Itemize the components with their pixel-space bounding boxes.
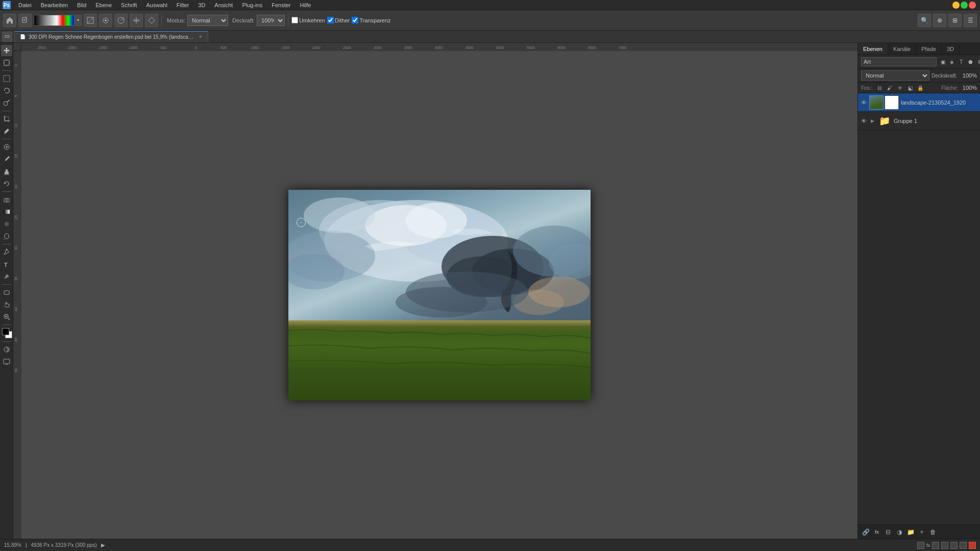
menu-auswahl[interactable]: Auswahl: [142, 1, 172, 9]
menu-bearbeiten[interactable]: Bearbeiten: [37, 1, 72, 9]
heal-tool[interactable]: [1, 141, 12, 153]
menu-3d[interactable]: 3D: [194, 1, 209, 9]
gradient-options-button[interactable]: ▾: [75, 15, 82, 26]
menu-ansicht[interactable]: Ansicht: [210, 1, 237, 9]
gradient-type-diamond[interactable]: [145, 14, 158, 27]
lock-all-icon[interactable]: 🔒: [916, 84, 924, 92]
minimize-button[interactable]: [952, 2, 960, 9]
zoom-tool[interactable]: [1, 311, 12, 322]
layer-item-group[interactable]: 👁 ▶ 📁 Gruppe 1: [858, 112, 980, 130]
transparenz-checkbox[interactable]: [352, 17, 358, 23]
tab-list-icon[interactable]: [2, 32, 12, 42]
menu-schrift[interactable]: Schrift: [117, 1, 141, 9]
active-tab[interactable]: 📄 300 DPI Regen Schnee Regenbogen erstel…: [14, 31, 208, 42]
umkehren-label[interactable]: Umkehren: [299, 17, 325, 23]
layer-eye-group[interactable]: 👁: [860, 117, 867, 124]
home-tool-button[interactable]: [3, 14, 16, 27]
screen-mode-button[interactable]: [1, 356, 12, 367]
dither-checkbox[interactable]: [327, 17, 334, 23]
deckraft-select[interactable]: 100%: [257, 15, 285, 26]
dodge-tool[interactable]: [1, 231, 12, 242]
search-button[interactable]: 🔍: [918, 14, 931, 27]
lock-position-icon[interactable]: ✛: [896, 84, 904, 92]
blend-mode-select[interactable]: Normal Auflösen Abdunkeln: [861, 70, 929, 81]
tab-close-button[interactable]: ×: [198, 34, 203, 40]
app-home-icon[interactable]: Ps: [2, 1, 11, 10]
new-doc-button[interactable]: [18, 14, 32, 27]
pen-tool[interactable]: [1, 246, 12, 258]
layer-mask-button[interactable]: ⊟: [884, 528, 893, 537]
filter-smart-icon[interactable]: ⚙: [975, 58, 980, 66]
foreground-color[interactable]: [2, 328, 9, 335]
hand-tool[interactable]: [1, 299, 12, 310]
modus-select[interactable]: Normal: [187, 15, 228, 26]
layer-adj-button[interactable]: ◑: [895, 528, 904, 537]
status-arrow[interactable]: ▶: [101, 542, 105, 548]
status-icon-6[interactable]: [969, 542, 976, 549]
path-selection-tool[interactable]: [1, 271, 12, 282]
eraser-tool[interactable]: [1, 194, 12, 205]
tab-ebenen[interactable]: Ebenen: [858, 43, 888, 55]
type-tool[interactable]: T: [1, 259, 12, 270]
gradient-type-reflected[interactable]: [130, 14, 143, 27]
layer-fx-button[interactable]: fx: [872, 528, 881, 537]
quick-select-tool[interactable]: [1, 97, 12, 109]
panel-toggle-button[interactable]: ⊞: [948, 14, 962, 27]
layer-link-button[interactable]: 🔗: [861, 528, 870, 537]
move-tool[interactable]: [1, 45, 12, 56]
workspace-button[interactable]: ☰: [964, 14, 977, 27]
blur-tool[interactable]: [1, 218, 12, 230]
umkehren-checkbox[interactable]: [291, 17, 298, 23]
menu-hilfe[interactable]: Hilfe: [296, 1, 315, 9]
layer-delete-button[interactable]: 🗑: [928, 528, 938, 537]
shape-tool[interactable]: [1, 287, 12, 298]
filter-adjust-icon[interactable]: ◈: [948, 58, 956, 66]
stamp-tool[interactable]: [1, 166, 12, 177]
gradient-type-linear[interactable]: [84, 14, 97, 27]
lasso-tool[interactable]: [1, 85, 12, 96]
layer-item-landscape[interactable]: 👁 landscape-2130524_1920: [858, 93, 980, 112]
quick-mask-button[interactable]: [1, 344, 12, 355]
layer-new-button[interactable]: +: [917, 528, 926, 537]
layer-folder-button[interactable]: 📁: [906, 528, 915, 537]
status-icon-1[interactable]: [917, 542, 924, 549]
zoom-adjust-button[interactable]: ⊕: [933, 14, 946, 27]
artboard-tool[interactable]: [1, 57, 12, 68]
status-icon-3[interactable]: [941, 542, 948, 549]
layers-filter-input[interactable]: [861, 57, 937, 66]
menu-ebene[interactable]: Ebene: [91, 1, 116, 9]
dither-label[interactable]: Dither: [335, 17, 350, 23]
status-icon-5[interactable]: [960, 542, 967, 549]
layer-eye-landscape[interactable]: 👁: [860, 99, 867, 106]
transparenz-label[interactable]: Transparenz: [359, 17, 390, 23]
lock-brush-icon[interactable]: 🖌: [886, 84, 894, 92]
filter-type-icon[interactable]: T: [957, 58, 965, 66]
fx-status-button[interactable]: fx: [926, 543, 930, 548]
maximize-button[interactable]: [961, 2, 968, 9]
menu-bild[interactable]: Bild: [73, 1, 90, 9]
menu-fenster[interactable]: Fenster: [267, 1, 295, 9]
history-brush-tool[interactable]: [1, 178, 12, 189]
lock-artboard-icon[interactable]: ⬕: [906, 84, 914, 92]
tab-pfade[interactable]: Pfade: [916, 43, 942, 55]
close-button[interactable]: [969, 2, 976, 9]
tab-3d[interactable]: 3D: [942, 43, 960, 55]
status-icon-4[interactable]: [950, 542, 958, 549]
filter-pixel-icon[interactable]: ▣: [939, 58, 947, 66]
gradient-type-radial[interactable]: [99, 14, 112, 27]
status-icon-2[interactable]: [932, 542, 939, 549]
menu-datei[interactable]: Datei: [14, 1, 36, 9]
gradient-picker[interactable]: [34, 15, 75, 26]
eyedropper-tool[interactable]: [1, 126, 12, 137]
brush-tool[interactable]: [1, 154, 12, 165]
layer-expand-group[interactable]: ▶: [869, 118, 875, 124]
lock-transparent-icon[interactable]: ⊟: [875, 84, 884, 92]
filter-shape-icon[interactable]: ⬟: [966, 58, 974, 66]
gradient-type-angle[interactable]: [114, 14, 128, 27]
gradient-tool[interactable]: [1, 206, 12, 217]
crop-tool[interactable]: [1, 113, 12, 124]
tab-kanaele[interactable]: Kanäle: [888, 43, 916, 55]
menu-filter[interactable]: Filter: [173, 1, 193, 9]
canvas-viewport[interactable]: [21, 51, 857, 539]
menu-plugins[interactable]: Plug-ins: [238, 1, 266, 9]
